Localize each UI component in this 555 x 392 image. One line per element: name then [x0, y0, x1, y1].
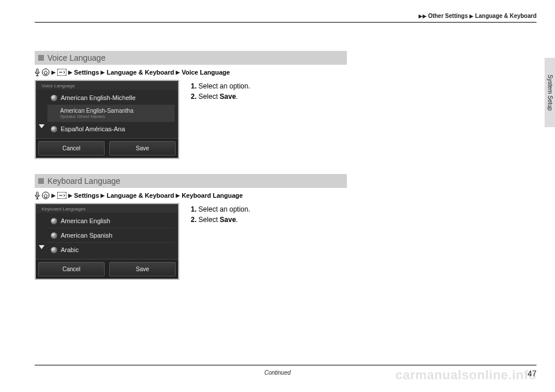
scroll-down-arrow[interactable] [36, 90, 47, 138]
screenshot-title: Voice Language [36, 81, 178, 90]
section-row: Voice Language American English-Michelle… [35, 80, 451, 159]
triangle-right-icon [469, 14, 473, 19]
svg-rect-9 [36, 192, 38, 196]
voice-icon [35, 191, 40, 199]
breadcrumb: ▶ ▶ Settings ▶ Language & Keyboard ▶ Voi… [35, 68, 451, 76]
triangle-right-icon: ▶ [51, 193, 56, 198]
header-crumb-1: Other Settings [428, 13, 468, 19]
instruction-step: 1. Select an option. [191, 81, 250, 91]
top-divider [35, 22, 536, 23]
radio-icon [51, 218, 57, 224]
option-label: American English [61, 217, 110, 224]
voice-icon [35, 68, 40, 76]
section-marker-icon [38, 178, 44, 184]
list-icon [57, 69, 66, 76]
option-label: American English-Michelle [61, 94, 136, 101]
screenshot-button-row: Cancel Save [36, 138, 178, 158]
step-number: 1. [191, 82, 197, 90]
radio-icon [51, 95, 57, 101]
svg-marker-0 [419, 14, 423, 19]
triangle-right-icon [419, 14, 423, 19]
chevron-down-icon [38, 243, 46, 251]
breadcrumb: ▶ ▶ Settings ▶ Language & Keyboard ▶ Key… [35, 191, 451, 199]
cancel-button[interactable]: Cancel [38, 262, 105, 276]
step-text: Select an option. [198, 205, 250, 213]
home-icon [42, 68, 50, 76]
triangle-right-icon: ▶ [176, 69, 180, 75]
triangle-right-icon: ▶ [101, 193, 105, 198]
breadcrumb-item: Language & Keyboard [106, 192, 174, 199]
step-number: 1. [191, 205, 197, 213]
instruction-list: 1. Select an option. 2. Select Save. [191, 203, 250, 280]
page-content: Voice Language ▶ ▶ Settings ▶ Language &… [35, 51, 451, 295]
instruction-list: 1. Select an option. 2. Select Save. [191, 80, 250, 159]
voice-option-samantha[interactable]: American English-Samantha Speaks Street … [47, 105, 175, 122]
section-title-voice-language: Voice Language [35, 51, 347, 65]
voice-option-michelle[interactable]: American English-Michelle [47, 91, 175, 105]
option-list: American English-Michelle American Engli… [47, 90, 178, 138]
option-label: American English-Samantha [60, 108, 134, 114]
step-bold: Save [220, 216, 236, 224]
scroll-down-arrow[interactable] [36, 213, 47, 259]
instruction-step: 1. Select an option. [191, 204, 250, 215]
step-text: Select [198, 93, 220, 101]
step-bold: Save [220, 93, 236, 101]
triangle-right-icon: ▶ [68, 193, 72, 198]
triangle-right-icon: ▶ [51, 69, 56, 75]
triangle-right-icon: ▶ [176, 193, 180, 198]
section-marker-icon [38, 55, 44, 61]
keyboard-option-english[interactable]: American English [47, 214, 175, 228]
breadcrumb-item: Keyboard Language [182, 192, 243, 199]
step-text: Select [198, 216, 220, 224]
svg-rect-3 [36, 69, 38, 73]
breadcrumb-item: Language & Keyboard [106, 69, 174, 76]
option-label: Español Américas-Ana [61, 125, 125, 132]
screenshot-voice-language: Voice Language American English-Michelle… [35, 80, 179, 159]
option-label: American Spanish [61, 232, 112, 239]
chapter-tab-label: System Setup [547, 75, 553, 110]
screenshot-keyboard-language: Keyboard Languages American English Amer… [35, 203, 179, 280]
chevron-down-icon [38, 122, 46, 130]
option-list: American English American Spanish Arabic [47, 213, 178, 259]
step-after: . [236, 93, 238, 101]
screenshot-button-row: Cancel Save [36, 259, 178, 279]
option-sublabel: Speaks Street Names [60, 114, 105, 119]
triangle-right-icon [423, 14, 427, 19]
voice-option-ana[interactable]: Español Américas-Ana [47, 122, 175, 136]
radio-icon [51, 247, 57, 253]
section-title-text: Voice Language [47, 53, 105, 62]
page-header-breadcrumb: Other Settings Language & Keyboard [419, 13, 536, 19]
breadcrumb-item: Settings [74, 69, 99, 76]
header-crumb-2: Language & Keyboard [475, 13, 536, 19]
instruction-step: 2. Select Save. [191, 91, 250, 102]
list-icon [57, 192, 66, 199]
bottom-divider [35, 365, 536, 365]
svg-marker-8 [39, 124, 45, 128]
triangle-right-icon: ▶ [101, 69, 105, 75]
step-number: 2. [191, 93, 197, 101]
radio-icon [51, 232, 57, 239]
breadcrumb-item: Settings [74, 192, 99, 199]
instruction-step: 2. Select Save. [191, 215, 250, 225]
screenshot-body: American English-Michelle American Engli… [36, 90, 178, 138]
home-icon [42, 191, 50, 199]
svg-point-6 [42, 69, 49, 76]
screenshot-title: Keyboard Languages [36, 204, 178, 213]
chapter-tab: System Setup [545, 58, 555, 127]
breadcrumb-item: Voice Language [182, 69, 230, 76]
option-label: Arabic [61, 246, 79, 253]
svg-marker-1 [423, 14, 427, 19]
step-after: . [236, 216, 238, 224]
section-title-keyboard-language: Keyboard Language [35, 174, 347, 188]
section-title-text: Keyboard Language [47, 176, 120, 186]
svg-marker-14 [39, 245, 45, 249]
save-button[interactable]: Save [109, 141, 176, 156]
svg-marker-2 [469, 14, 473, 19]
page-number: 47 [527, 369, 536, 378]
keyboard-option-arabic[interactable]: Arabic [47, 243, 175, 257]
save-button[interactable]: Save [109, 262, 176, 276]
screenshot-body: American English American Spanish Arabic [36, 213, 178, 259]
cancel-button[interactable]: Cancel [38, 141, 105, 156]
triangle-right-icon: ▶ [68, 69, 72, 75]
keyboard-option-spanish[interactable]: American Spanish [47, 228, 175, 243]
